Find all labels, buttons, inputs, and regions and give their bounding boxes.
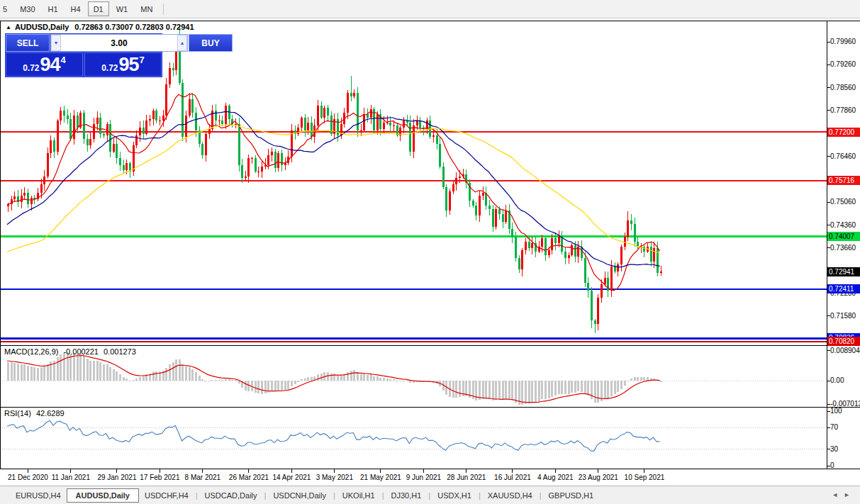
chart-tab-audusd[interactable]: AUDUSD,Daily xyxy=(67,488,139,503)
one-click-trade-panel: SELL ▼ ▲ BUY 0.72 94 4 0.72 95 7 xyxy=(5,33,162,77)
chart-tab-usdcad[interactable]: USDCAD,Daily xyxy=(199,489,263,502)
price-level-badge: 0.72411 xyxy=(827,284,860,293)
sell-price-prefix: 0.72 xyxy=(23,63,39,73)
rsi-axis-label: 30 xyxy=(830,445,838,454)
price-axis-label: 0.77860 xyxy=(830,106,856,115)
sell-price-big: 94 xyxy=(40,54,60,75)
timeframe-button-h4[interactable]: H4 xyxy=(65,1,86,16)
price-level-badge: 0.70820 xyxy=(827,337,860,346)
chart-header: ▲ AUDUSD,Daily 0.72863 0.73007 0.72803 0… xyxy=(6,23,194,31)
price-axis-label: 0.75060 xyxy=(830,198,856,206)
buy-price-pip: 7 xyxy=(140,55,145,65)
price-axis-label: 0.73660 xyxy=(830,244,856,252)
chart-plot-area[interactable] xyxy=(0,21,827,469)
tab-separator: | xyxy=(333,491,335,500)
tab-scroll-right-icon[interactable]: ► xyxy=(844,491,856,498)
tab-separator: | xyxy=(540,491,542,500)
timeframe-toolbar: 5M30H1H4D1W1MN xyxy=(0,0,860,18)
price-axis-label: 0.76460 xyxy=(830,152,856,161)
volume-increase-button[interactable]: ▲ xyxy=(177,35,187,51)
sell-price-pip: 4 xyxy=(61,55,66,65)
volume-spinner: ▼ ▲ xyxy=(50,34,188,52)
macd-axis-label: 0.008904 xyxy=(830,347,860,355)
chart-tab-xauusd[interactable]: XAUUSD,H4 xyxy=(482,489,538,502)
timeframe-button-5[interactable]: 5 xyxy=(0,1,13,16)
price-axis-label: 0.79260 xyxy=(830,60,856,69)
chart-tab-eurusd[interactable]: EURUSD,H4 xyxy=(10,489,67,502)
chart-tab-ukoil[interactable]: UKOil,H1 xyxy=(337,489,381,502)
chart-symbol-title: AUDUSD,Daily xyxy=(15,23,69,31)
sell-price-display[interactable]: 0.72 94 4 xyxy=(6,52,83,77)
price-level-badge: 0.74007 xyxy=(827,232,860,241)
tab-separator: | xyxy=(479,491,481,500)
buy-price-prefix: 0.72 xyxy=(101,63,118,73)
volume-input[interactable] xyxy=(61,35,177,51)
timeframe-button-d1[interactable]: D1 xyxy=(88,1,109,16)
rsi-axis-label: 70 xyxy=(830,423,838,432)
chart-tab-dj30[interactable]: DJ30,H1 xyxy=(386,489,428,502)
chart-ohlc-values: 0.72863 0.73007 0.72803 0.72941 xyxy=(74,23,194,31)
rsi-axis-label: 0 xyxy=(830,461,834,470)
macd-value: -0.000221 xyxy=(63,347,99,356)
rsi-indicator-label: RSI(14) 42.6289 xyxy=(4,409,65,418)
tab-separator: | xyxy=(264,491,267,500)
price-axis-label: 0.74360 xyxy=(830,221,856,230)
tab-separator: | xyxy=(196,491,198,500)
price-level-badge: 0.75716 xyxy=(827,176,860,185)
macd-name: MACD(12,26,9) xyxy=(4,347,58,356)
rsi-value: 42.6289 xyxy=(36,409,65,418)
tab-scroll-arrows[interactable]: ◄► xyxy=(832,491,856,498)
mt4-terminal: { "toolbar": { "timeframes": ["5","M30",… xyxy=(0,0,860,504)
chart-tab-bar: EURUSD,H4AUDUSD,DailyUSDCHF,H4|USDCAD,Da… xyxy=(0,486,860,504)
chart-tab-gbpusd[interactable]: GBPUSD,H1 xyxy=(543,489,600,502)
chart-tab-usdx[interactable]: USDX,H1 xyxy=(432,489,477,502)
timeframe-button-h1[interactable]: H1 xyxy=(43,1,64,16)
buy-price-big: 95 xyxy=(119,54,139,75)
volume-decrease-button[interactable]: ▼ xyxy=(51,35,61,51)
price-axis-label: 0.79960 xyxy=(830,38,856,46)
rsi-axis-label: 100 xyxy=(830,407,842,415)
macd-axis-label: 0.00 xyxy=(830,376,844,385)
timeframe-button-w1[interactable]: W1 xyxy=(111,1,134,16)
tab-separator: | xyxy=(382,491,384,500)
price-axis-label: 0.78560 xyxy=(830,84,856,92)
price-level-badge: 0.72941 xyxy=(827,267,860,276)
sell-button[interactable]: SELL xyxy=(6,34,50,52)
date-axis-label: 10 Sep 2021 xyxy=(616,474,673,481)
price-level-badge: 0.77200 xyxy=(827,128,860,137)
collapse-panel-icon[interactable]: ▲ xyxy=(6,24,11,30)
chart-tab-usdchf[interactable]: USDCHF,H4 xyxy=(139,489,194,502)
buy-price-display[interactable]: 0.72 95 7 xyxy=(84,52,162,77)
price-axis-label: 0.71580 xyxy=(830,312,856,320)
rsi-name: RSI(14) xyxy=(4,409,31,418)
tab-separator: | xyxy=(428,491,430,500)
tab-scroll-left-icon[interactable]: ◄ xyxy=(832,491,844,498)
timeframe-button-mn[interactable]: MN xyxy=(135,1,158,16)
timeframe-button-m30[interactable]: M30 xyxy=(14,1,40,16)
toolbar-separator xyxy=(163,4,164,15)
chart-tab-usdcnh[interactable]: USDCNH,Daily xyxy=(267,489,332,502)
macd-signal-value: 0.001273 xyxy=(104,347,136,356)
buy-button[interactable]: BUY xyxy=(189,34,233,52)
macd-indicator-label: MACD(12,26,9) -0.000221 0.001273 xyxy=(4,347,136,356)
